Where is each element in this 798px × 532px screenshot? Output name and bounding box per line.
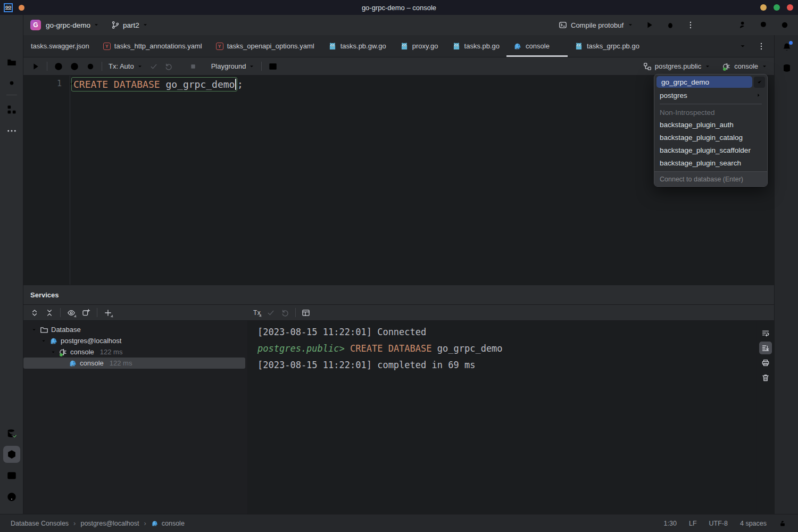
more-actions-icon[interactable]	[686, 21, 695, 29]
structure-tool-icon[interactable]	[6, 104, 17, 115]
project-tool-icon[interactable]	[6, 57, 17, 68]
main-menu-icon[interactable]	[6, 20, 17, 30]
database-panel-icon[interactable]	[782, 63, 792, 74]
commit-tool-icon[interactable]	[6, 78, 17, 88]
soft-wrap-icon[interactable]	[759, 327, 772, 339]
chevron-down-icon[interactable]	[40, 338, 47, 344]
database-tool-icon[interactable]	[6, 428, 17, 439]
window-title: go-grpc-demo – console	[0, 4, 798, 12]
close-light[interactable]	[787, 4, 793, 11]
popup-item-go-grpc-demo[interactable]: go_grpc_demo	[654, 74, 767, 89]
execute-button[interactable]	[31, 62, 40, 71]
popup-item-postgres[interactable]: postgres	[654, 89, 767, 102]
chevron-down-icon[interactable]	[50, 350, 56, 355]
popup-item-backstage-plugin-catalog[interactable]: backstage_plugin_catalog	[654, 131, 767, 144]
tab-tasks-pb-gw-go[interactable]: tasks.pb.gw.go	[321, 35, 393, 57]
scroll-to-end-icon[interactable]	[759, 342, 772, 354]
popup-item-backstage-plugin-scaffolder[interactable]: backstage_plugin_scaffolder	[654, 144, 767, 156]
go-file-icon	[575, 42, 583, 51]
tab-console[interactable]: console	[506, 35, 568, 57]
search-everywhere-icon[interactable]	[759, 20, 769, 30]
popup-selected-item[interactable]: go_grpc_demo	[656, 76, 752, 88]
terminal-tool-icon[interactable]	[6, 470, 17, 481]
breadcrumb-separator: ›	[144, 519, 146, 527]
expand-all-icon[interactable]	[30, 309, 39, 317]
tree-node-console-session[interactable]: console 122 ms	[23, 346, 247, 358]
toolbar-divider	[47, 62, 47, 71]
clear-output-icon[interactable]	[759, 371, 772, 384]
minimize-light[interactable]	[760, 4, 767, 11]
stop-icon[interactable]	[189, 62, 197, 71]
read-only-lock-icon[interactable]	[779, 520, 786, 527]
output-line: [2023-08-15 11:22:01] completed in 69 ms	[257, 357, 756, 373]
tree-node-console-file[interactable]: console 122 ms	[23, 358, 245, 369]
output-table-view-icon[interactable]	[302, 309, 310, 317]
tab-tasks-swagger-json[interactable]: tasks.swagger.json	[24, 35, 96, 57]
tab-tasks-openapi-options[interactable]: Y tasks_openapi_options.yaml	[209, 35, 321, 57]
project-selector[interactable]: go-grpc-demo	[46, 21, 90, 29]
breadcrumb-database-consoles[interactable]: Database Consoles	[11, 520, 69, 527]
folder-icon	[40, 326, 48, 334]
problems-tool-icon[interactable]	[6, 492, 17, 502]
table-view-icon[interactable]	[268, 62, 278, 71]
code-with-me-icon[interactable]	[738, 20, 748, 30]
output-commit-icon[interactable]	[267, 309, 275, 317]
editor-gutter: 1	[23, 76, 70, 285]
close-tab-icon[interactable]	[554, 43, 561, 49]
tree-node-datasource[interactable]: postgres@localhost	[23, 335, 247, 346]
console-output[interactable]: [2023-08-15 11:22:01] Connectedpostgres.…	[248, 321, 757, 514]
print-icon[interactable]	[759, 356, 772, 369]
breadcrumb-console[interactable]: console	[162, 520, 185, 527]
console-settings-icon[interactable]	[86, 62, 95, 71]
output-rollback-icon[interactable]	[281, 309, 289, 317]
tab-tasks-pb-go[interactable]: tasks.pb.go	[445, 35, 507, 57]
connected-dot	[723, 68, 726, 71]
tab-proxy-go[interactable]: proxy.go	[393, 35, 445, 57]
tab-tasks-http-annotations[interactable]: Y tasks_http_annotations.yaml	[96, 35, 209, 57]
line-number: 1	[48, 79, 62, 88]
breadcrumb-datasource[interactable]: postgres@localhost	[80, 520, 139, 527]
popup-item-backstage-plugin-auth[interactable]: backstage_plugin_auth	[654, 118, 767, 131]
commit-tx-icon[interactable]	[149, 62, 158, 71]
notifications-icon[interactable]	[782, 42, 792, 53]
branch-icon	[111, 21, 120, 29]
run-button[interactable]	[645, 20, 654, 30]
popup-footer-hint: Connect to database (Enter)	[654, 171, 767, 186]
caret-position[interactable]: 1:30	[664, 520, 677, 527]
debug-button[interactable]	[666, 20, 675, 30]
parameters-icon[interactable]	[70, 62, 79, 71]
branch-selector[interactable]: part2	[123, 21, 139, 29]
execution-time: 122 ms	[100, 348, 123, 356]
history-icon[interactable]	[54, 62, 63, 71]
popup-item-backstage-plugin-search[interactable]: backstage_plugin_search	[654, 156, 767, 169]
tab-tasks-grpc-pb-go[interactable]: tasks_grpc.pb.go	[568, 35, 646, 57]
tx-mode-selector[interactable]: Tx: Auto	[109, 62, 143, 70]
services-tool-icon[interactable]	[3, 446, 20, 463]
resolve-mode-selector[interactable]: Playground	[211, 62, 255, 70]
sql-statement-line[interactable]: CREATE DATABASE go_grpc_demo;	[71, 77, 243, 92]
tab-options-icon[interactable]	[757, 42, 766, 51]
more-tools-icon[interactable]	[6, 126, 17, 136]
notification-badge	[789, 41, 793, 45]
rollback-tx-icon[interactable]	[164, 62, 173, 71]
settings-icon[interactable]	[780, 20, 789, 30]
schema-selector[interactable]: postgres.public	[643, 62, 711, 71]
toolbar-divider	[97, 308, 97, 317]
chevron-down-icon[interactable]	[31, 327, 37, 332]
line-separator[interactable]: LF	[689, 520, 697, 527]
add-service-icon[interactable]	[104, 309, 112, 317]
run-configuration-selector[interactable]: Compile protobuf	[559, 21, 634, 29]
file-encoding[interactable]: UTF-8	[709, 520, 728, 527]
zoom-light[interactable]	[774, 4, 780, 11]
output-tx-mode[interactable]: Tx	[253, 309, 261, 317]
indent-style[interactable]: 4 spaces	[740, 520, 767, 527]
services-title: Services	[30, 291, 59, 299]
open-in-new-tab-icon[interactable]	[82, 309, 90, 317]
collapse-all-icon[interactable]	[45, 309, 54, 317]
view-options-icon[interactable]	[67, 309, 76, 317]
session-selector[interactable]: console	[722, 62, 768, 71]
tab-list-chevron-icon[interactable]	[739, 43, 746, 50]
popup-separator	[660, 104, 762, 104]
tree-node-database[interactable]: Database	[23, 324, 247, 335]
editor-tab-bar: tasks.swagger.json Y tasks_http_annotati…	[23, 35, 774, 57]
